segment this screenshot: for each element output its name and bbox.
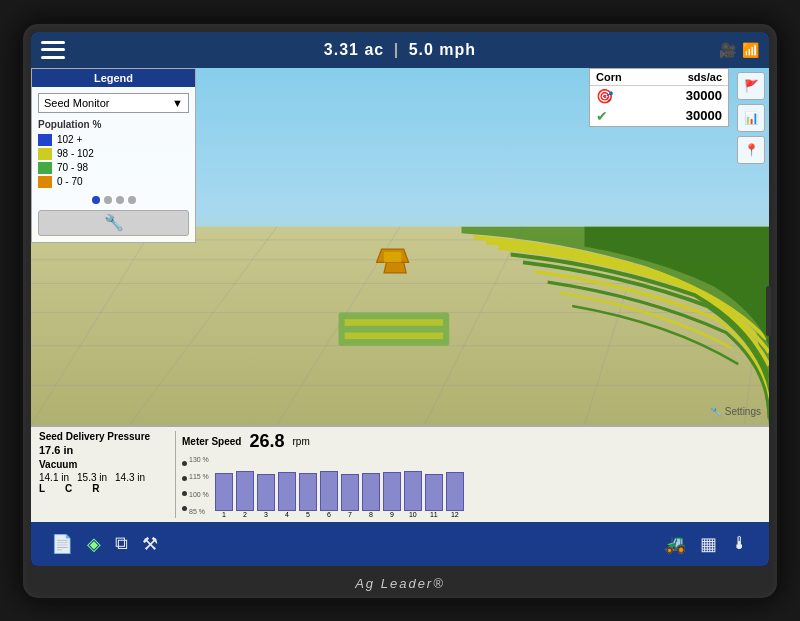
corn-target-row: 🎯 30000 (590, 86, 728, 106)
flag-icon-button[interactable]: 🚩 (737, 72, 765, 100)
bar-9 (383, 472, 401, 511)
x-label-6: 6 (320, 511, 338, 518)
lrc-c: C (65, 483, 72, 494)
bar-6 (320, 471, 338, 511)
legend-panel: Legend Seed Monitor ▼ Population % 102 +… (31, 68, 196, 243)
top-right-controls: 🎥 📶 (719, 42, 759, 58)
tablet-device: 3.31 ac | 5.0 mph 🎥 📶 (20, 21, 780, 601)
gauge-nav-icon[interactable]: 🌡 (731, 533, 749, 555)
actual-value: 30000 (686, 108, 722, 123)
tractor-nav-icon[interactable]: 🚜 (664, 533, 686, 555)
legend-color-102 (38, 134, 52, 146)
chart-dot-4 (182, 506, 187, 511)
svg-rect-16 (384, 251, 401, 262)
y-label-115: 115 % (189, 473, 209, 480)
population-label: Population % (38, 119, 189, 130)
svg-rect-18 (345, 319, 443, 326)
corn-actual-row: ✔ 30000 (590, 106, 728, 126)
x-label-10: 10 (404, 511, 422, 518)
bar-1 (215, 473, 233, 511)
area-unit: ac (364, 41, 384, 58)
nav-icons-right: 🚜 ▦ 🌡 (664, 533, 749, 555)
status-display: 3.31 ac | 5.0 mph (324, 41, 476, 59)
svg-rect-17 (339, 312, 450, 345)
chart-icon-button[interactable]: 📊 (737, 104, 765, 132)
legend-settings-button[interactable]: 🔧 (38, 210, 189, 236)
vacuum-c: 15.3 in (77, 472, 107, 483)
bar-11 (425, 474, 443, 511)
vacuum-l: 14.1 in (39, 472, 69, 483)
field-nav-icon[interactable]: ▦ (700, 533, 717, 555)
legend-label-0: 0 - 70 (57, 176, 83, 187)
legend-dot-2[interactable] (104, 196, 112, 204)
data-divider (175, 431, 176, 518)
menu-icon[interactable] (41, 41, 65, 59)
settings-link[interactable]: 🔧 Settings (710, 406, 761, 417)
x-label-9: 9 (383, 511, 401, 518)
settings-wrench-icon: 🔧 (710, 406, 722, 417)
document-nav-icon[interactable]: 📄 (51, 533, 73, 555)
pin-icon-button[interactable]: 📍 (737, 136, 765, 164)
bar-10 (404, 471, 422, 511)
legend-title: Legend (32, 69, 195, 87)
separator: | (394, 41, 399, 58)
layers-nav-icon[interactable]: ⧉ (115, 533, 128, 555)
bar-12 (446, 472, 464, 511)
brand-name: Ag Leader® (355, 576, 445, 591)
area-value: 3.31 (324, 41, 359, 58)
corn-info-box: Corn sds/ac 🎯 30000 ✔ 30000 (589, 68, 729, 127)
settings-label: Settings (725, 406, 761, 417)
y-label-130: 130 % (189, 456, 209, 463)
pressure-value: 17.6 in (39, 444, 169, 456)
bar-3 (257, 474, 275, 511)
screen: 3.31 ac | 5.0 mph 🎥 📶 (31, 32, 769, 566)
brand-label: Ag Leader® (23, 570, 777, 598)
bar-4 (278, 472, 296, 511)
x-label-4: 4 (278, 511, 296, 518)
bar-8 (362, 473, 380, 511)
x-label-8: 8 (362, 511, 380, 518)
meter-speed-display: Meter Speed 26.8 rpm (182, 431, 761, 452)
actual-icon: ✔ (596, 108, 608, 124)
legend-dot-3[interactable] (116, 196, 124, 204)
legend-item-102: 102 + (38, 134, 189, 146)
nav-icons-left: 📄 ◈ ⧉ ⚒ (51, 533, 158, 555)
svg-rect-19 (345, 332, 443, 339)
tools-nav-icon[interactable]: ⚒ (142, 533, 158, 555)
side-button[interactable] (766, 286, 771, 336)
chart-x-axis: 1 2 3 4 5 6 7 8 9 10 11 (213, 511, 761, 518)
chart-dot-3 (182, 491, 187, 496)
camera-icon[interactable]: 🎥 (719, 42, 736, 58)
top-bar: 3.31 ac | 5.0 mph 🎥 📶 (31, 32, 769, 68)
signal-icon: 📶 (742, 42, 759, 58)
map-nav-icon[interactable]: ◈ (87, 533, 101, 555)
legend-label-102: 102 + (57, 134, 82, 145)
bar-7 (341, 474, 359, 511)
map-area[interactable]: Legend Seed Monitor ▼ Population % 102 +… (31, 68, 769, 425)
x-label-5: 5 (299, 511, 317, 518)
x-label-2: 2 (236, 511, 254, 518)
chart-bars-container (213, 456, 761, 511)
lrc-r: R (92, 483, 99, 494)
vacuum-r: 14.3 in (115, 472, 145, 483)
x-label-1: 1 (215, 511, 233, 518)
meter-speed-unit: rpm (293, 436, 310, 447)
chart-dots (182, 456, 187, 516)
y-label-85: 85 % (189, 508, 209, 515)
x-label-11: 11 (425, 511, 443, 518)
y-label-100: 100 % (189, 491, 209, 498)
chart-dot-1 (182, 461, 187, 466)
legend-dropdown-label: Seed Monitor (44, 97, 109, 109)
meter-speed-label: Meter Speed (182, 436, 241, 447)
svg-marker-15 (384, 262, 406, 273)
legend-dot-4[interactable] (128, 196, 136, 204)
legend-dropdown[interactable]: Seed Monitor ▼ (38, 93, 189, 113)
x-label-3: 3 (257, 511, 275, 518)
target-value: 30000 (686, 88, 722, 103)
crop-name: Corn (596, 71, 622, 83)
x-label-12: 12 (446, 511, 464, 518)
speed-unit: mph (439, 41, 476, 58)
legend-dot-1[interactable] (92, 196, 100, 204)
speed-value: 5.0 (409, 41, 434, 58)
corn-header: Corn sds/ac (590, 69, 728, 86)
